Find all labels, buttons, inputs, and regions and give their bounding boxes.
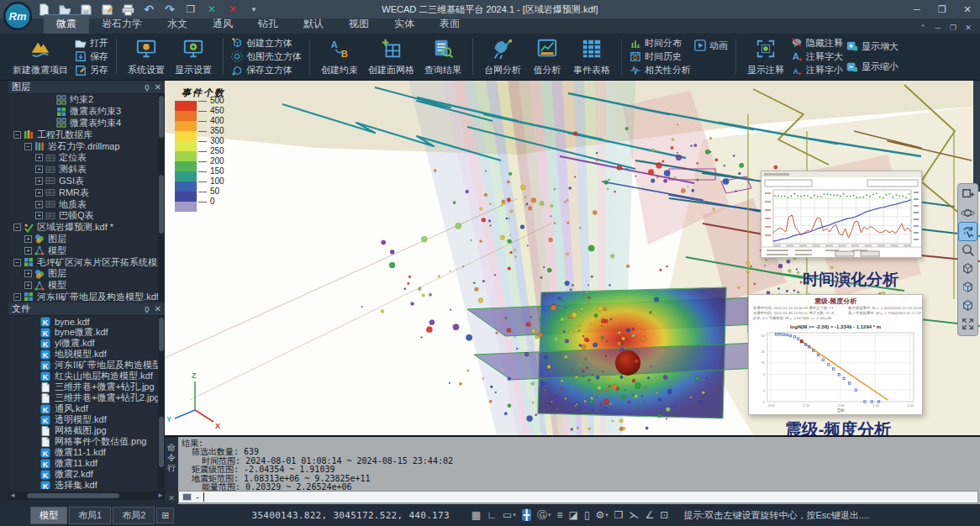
close-icon[interactable]: ✕ — [155, 304, 161, 313]
window-cube-icon[interactable]: ❒ — [184, 3, 198, 16]
menu-tab-实体[interactable]: 实体 — [382, 15, 427, 34]
ribbon-button-查询结果[interactable]: 查询结果 — [419, 35, 466, 78]
3d-viewport[interactable]: ZYX 事件个数 500450400350300250200150100500 … — [165, 81, 980, 435]
close-button[interactable]: ✕ — [955, 0, 980, 18]
tree-item-工程孔数据库[interactable]: −工程孔数据库 — [8, 129, 158, 140]
ribbon-button-系统设置[interactable]: 系统设置 — [123, 35, 170, 78]
view-cube-solid-icon[interactable] — [959, 297, 977, 314]
ribbon-button-另存[interactable]: 另存 — [75, 64, 108, 77]
tree-item-毛坪矿区河东片区开拓系统模型 (1).k[interactable]: −毛坪矿区河东片区开拓系统模型 (1).k — [8, 256, 158, 268]
tree-expander[interactable]: + — [24, 270, 32, 277]
layout-tab-布局2[interactable]: 布局2 — [113, 507, 155, 524]
mdi-minimize-button[interactable]: ─ — [931, 22, 945, 34]
tree-expander[interactable]: + — [35, 212, 43, 219]
menu-tab-表面[interactable]: 表面 — [427, 15, 472, 34]
ribbon-button-值分析[interactable]: 值分析 — [526, 35, 568, 78]
print-icon[interactable] — [121, 3, 134, 16]
menu-tab-微震[interactable]: 微震 — [44, 14, 89, 34]
object-snap-icon[interactable]: ╋ — [522, 509, 531, 521]
pin-icon[interactable]: ϙ — [145, 82, 150, 92]
lineweight-icon[interactable]: ≡ — [557, 509, 563, 521]
tree-expander[interactable]: − — [13, 131, 21, 139]
ortho-icon[interactable]: ∟ — [487, 509, 497, 521]
redo-icon[interactable]: ↷ — [163, 3, 177, 16]
snap-rotate-icon[interactable]: Ⓖ▾ — [537, 508, 551, 523]
tree-item-巴顿Q表[interactable]: +巴顿Q表 — [8, 210, 158, 222]
tree-expander[interactable]: + — [35, 189, 43, 197]
measure-icon[interactable]: ∠ — [645, 509, 655, 521]
ribbon-button-创建约束[interactable]: AB创建约束 — [316, 35, 363, 78]
tree-expander[interactable]: − — [13, 224, 21, 231]
tree-item-RMR表[interactable]: +RMR表 — [8, 187, 158, 198]
command-input[interactable]: - — [178, 491, 978, 503]
menu-tab-视图[interactable]: 视图 — [336, 15, 382, 34]
menu-tab-通风[interactable]: 通风 — [200, 15, 245, 34]
files-scrollbar[interactable] — [158, 316, 165, 489]
tree-expander[interactable]: − — [13, 293, 21, 301]
view-cube-wire-icon[interactable] — [959, 260, 977, 277]
console-close-icon[interactable]: ✕ — [168, 494, 175, 502]
tree-item-约束2[interactable]: 约束2 — [8, 94, 158, 106]
view-cube-face-icon[interactable] — [959, 278, 977, 296]
view-pan-icon[interactable] — [959, 186, 977, 203]
ribbon-button-保存[interactable]: 保存 — [75, 50, 108, 63]
tree-item-测斜表[interactable]: +测斜表 — [8, 164, 158, 176]
mdi-close-button[interactable]: ✕ — [962, 22, 975, 34]
files-hscrollbar[interactable]: ◄ ► — [8, 492, 165, 500]
fullscreen-icon[interactable]: ⊡ — [660, 509, 668, 521]
tree-item-GSI表[interactable]: +GSI表 — [8, 176, 158, 187]
ribbon-button-台网分析[interactable]: 台网分析 — [479, 35, 526, 78]
ribbon-button-事件表格[interactable]: 事件表格 — [568, 35, 615, 78]
runner-icon[interactable]: ⋋ — [630, 509, 640, 521]
tree-item-区域岩爆预测.kdf *[interactable]: −区域岩爆预测.kdf * — [8, 222, 158, 234]
grid-snap-icon[interactable]: ▦ — [472, 509, 481, 521]
tree-item-微震表约束3[interactable]: 微震表约束3 — [8, 106, 158, 118]
layers-scrollbar[interactable] — [158, 94, 165, 301]
ribbon-button-动画[interactable]: 动画 — [694, 39, 728, 52]
maximize-button[interactable]: ❒ — [930, 0, 955, 18]
cube-icon[interactable]: ❒ — [614, 509, 624, 521]
tree-item-图层[interactable]: +图层 — [8, 234, 158, 245]
close-icon[interactable]: ✕ — [155, 82, 161, 92]
tree-expander[interactable]: + — [35, 201, 43, 208]
tree-expander[interactable]: + — [35, 166, 43, 173]
mdi-restore-button[interactable]: ❐ — [946, 22, 960, 34]
close-red-icon[interactable]: ✕ — [226, 3, 240, 16]
tree-item-微震表约束4[interactable]: 微震表约束4 — [8, 118, 158, 129]
console-tab-command-line[interactable]: 命令行✕ — [165, 437, 178, 506]
ribbon-button-打开[interactable]: 打开 — [75, 36, 108, 50]
layout-tab-模型[interactable]: 模型 — [30, 507, 67, 524]
menu-tab-默认[interactable]: 默认 — [291, 15, 336, 34]
ribbon-button-注释字大[interactable]: A注释字大 — [791, 50, 843, 63]
sheet-icon[interactable]: ▯ — [584, 509, 590, 521]
qa-dropdown-icon[interactable]: ▾ — [247, 3, 261, 16]
close-teal-icon[interactable]: ✕ — [205, 3, 219, 16]
undo-icon[interactable]: ↶ — [142, 3, 155, 16]
menu-tab-岩石力学[interactable]: 岩石力学 — [89, 15, 155, 34]
tree-item-河东II矿带地层及构造模型.kdf *[interactable]: −河东II矿带地层及构造模型.kdf * — [8, 292, 158, 301]
tree-expander[interactable]: − — [13, 259, 21, 266]
pin-icon[interactable]: ϙ — [145, 304, 150, 313]
tree-expander[interactable]: + — [24, 281, 32, 289]
layout-tab-+[interactable]: ⊞ — [156, 508, 174, 523]
ribbon-button-时间历史[interactable]: 时间历史 — [630, 50, 691, 63]
tree-item-定位表[interactable]: +定位表 — [8, 152, 158, 164]
ribbon-button-注释字小[interactable]: A注释字小 — [791, 64, 843, 77]
tree-expander[interactable]: + — [24, 235, 32, 243]
ribbon-button-显示增大[interactable]: 显示增大 — [846, 39, 898, 53]
view-expand-icon[interactable] — [959, 315, 977, 333]
menu-tab-钻孔[interactable]: 钻孔 — [245, 15, 291, 34]
ribbon-button-保存立方体[interactable]: 保存立方体 — [231, 64, 302, 77]
ribbon-button-显示注释[interactable]: 显示注释 — [742, 35, 789, 78]
ribbon-button-显示设置[interactable]: 显示设置 — [170, 35, 217, 78]
layout-tab-布局1[interactable]: 布局1 — [69, 507, 111, 524]
ribbon-button-显示缩小[interactable]: 显示缩小 — [846, 60, 898, 74]
view-zoom-icon[interactable] — [959, 241, 977, 259]
tree-expander[interactable]: + — [24, 247, 32, 255]
ribbon-button-包围壳立方体[interactable]: 包围壳立方体 — [231, 50, 302, 63]
save-edit-icon[interactable] — [100, 3, 113, 16]
tree-item-模型[interactable]: +模型 — [8, 245, 158, 256]
tree-item-图层[interactable]: +图层 — [8, 268, 158, 280]
gear-icon[interactable]: ⚙▾ — [596, 509, 609, 521]
ribbon-button-隐藏注释[interactable]: 隐藏注释 — [791, 36, 843, 50]
